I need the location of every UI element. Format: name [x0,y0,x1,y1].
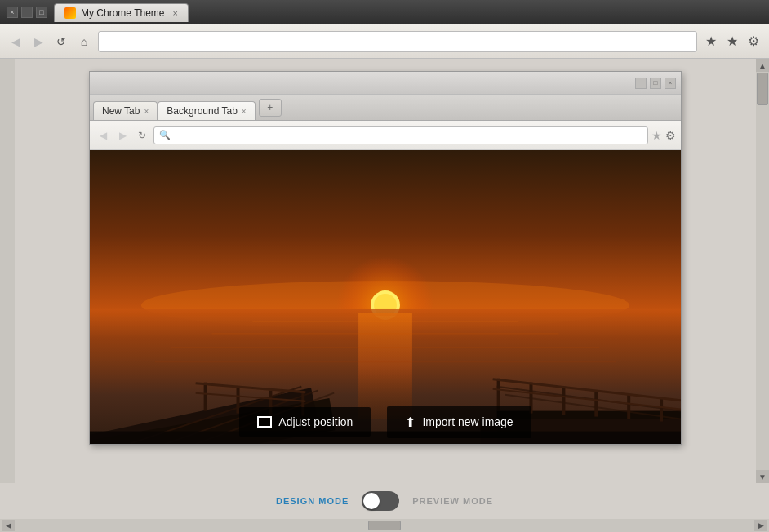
main-content: _ □ × New Tab × Background Tab × + [0,59,769,483]
maximize-btn[interactable]: □ [36,7,47,18]
star-icon[interactable]: ★ [702,33,720,51]
tab-favicon [64,7,76,19]
adjust-position-icon [257,416,272,428]
preview-tab-newtab[interactable]: New Tab × [93,101,158,120]
bottom-scrollbar: ◀ ▶ [0,519,769,532]
preview-wrench-icon[interactable]: ⚙ [665,129,676,142]
preview-tab-newtab-label: New Tab [102,105,140,117]
tab-close-icon[interactable]: × [172,8,177,18]
close-btn[interactable]: × [7,7,18,18]
preview-refresh-btn[interactable]: ↻ [134,127,150,144]
preview-search-icon: 🔍 [159,130,171,140]
scroll-right-arrow[interactable]: ▶ [754,520,767,531]
preview-tab-background-label: Background Tab [167,105,238,117]
image-area: Adjust position ⬆ Import new image [90,150,681,444]
refresh-button[interactable]: ↺ [52,33,70,51]
import-new-image-label: Import new image [422,415,513,428]
outer-address-bar[interactable] [98,31,697,52]
preview-mode-label: PREVIEW MODE [412,496,493,506]
bottom-bar: DESIGN MODE PREVIEW MODE [0,483,769,519]
center-area: _ □ × New Tab × Background Tab × + [15,59,756,483]
h-scroll-thumb[interactable] [368,521,401,530]
scroll-left-arrow[interactable]: ◀ [2,520,15,531]
browser-preview: _ □ × New Tab × Background Tab × + [89,71,682,445]
preview-address-bar[interactable]: 🔍 [153,126,648,144]
scroll-thumb[interactable] [757,73,768,105]
title-bar: × _ □ My Chrome Theme × [0,0,769,24]
preview-close-btn[interactable]: × [665,78,676,89]
outer-toolbar-icons: ★ ★ ⚙ [702,33,762,51]
preview-star-icon[interactable]: ★ [651,129,662,142]
adjust-position-button[interactable]: Adjust position [239,407,371,437]
preview-new-tab-btn[interactable]: + [259,99,282,117]
preview-titlebar: _ □ × [90,72,681,95]
import-new-image-button[interactable]: ⬆ Import new image [387,406,531,438]
back-button[interactable]: ◀ [7,33,24,51]
preview-tab-background-close[interactable]: × [242,107,247,116]
mode-toggle[interactable] [362,491,399,511]
preview-maximize-btn[interactable]: □ [650,78,661,89]
adjust-position-label: Adjust position [278,415,353,428]
right-scrollbar: ▲ ▼ [756,59,769,483]
scroll-track[interactable] [756,72,769,470]
preview-tab-newtab-close[interactable]: × [144,107,149,116]
app-tab[interactable]: My Chrome Theme × [54,3,189,22]
outer-browser-toolbar: ◀ ▶ ↺ ⌂ ★ ★ ⚙ [0,24,769,59]
title-bar-controls: × _ □ [7,7,47,18]
settings-icon[interactable]: ⚙ [745,33,762,51]
preview-tab-background[interactable]: Background Tab × [158,101,255,120]
image-overlay-buttons: Adjust position ⬆ Import new image [90,400,681,444]
design-mode-label: DESIGN MODE [276,496,349,506]
app-tab-title: My Chrome Theme [81,7,164,19]
preview-tab-bar: New Tab × Background Tab × + [90,95,681,121]
outer-address-input[interactable] [105,36,690,47]
app-window: × _ □ My Chrome Theme × ◀ ▶ ↺ ⌂ ★ ★ ⚙ [0,0,769,532]
import-new-image-icon: ⬆ [405,415,416,430]
left-panel [0,59,15,483]
h-scroll-track[interactable] [15,520,754,531]
forward-button[interactable]: ▶ [29,33,47,51]
preview-forward-btn[interactable]: ▶ [114,127,131,144]
toggle-knob [363,493,380,509]
scroll-up-arrow[interactable]: ▲ [756,59,769,72]
preview-navbar: ◀ ▶ ↻ 🔍 ★ ⚙ [90,121,681,150]
minimize-btn[interactable]: _ [21,7,33,18]
bookmark-icon[interactable]: ★ [723,33,741,51]
home-button[interactable]: ⌂ [75,33,93,51]
preview-minimize-btn[interactable]: _ [635,78,647,89]
scroll-down-arrow[interactable]: ▼ [756,470,769,483]
preview-back-btn[interactable]: ◀ [95,127,111,144]
tab-bar: My Chrome Theme × [54,3,762,22]
